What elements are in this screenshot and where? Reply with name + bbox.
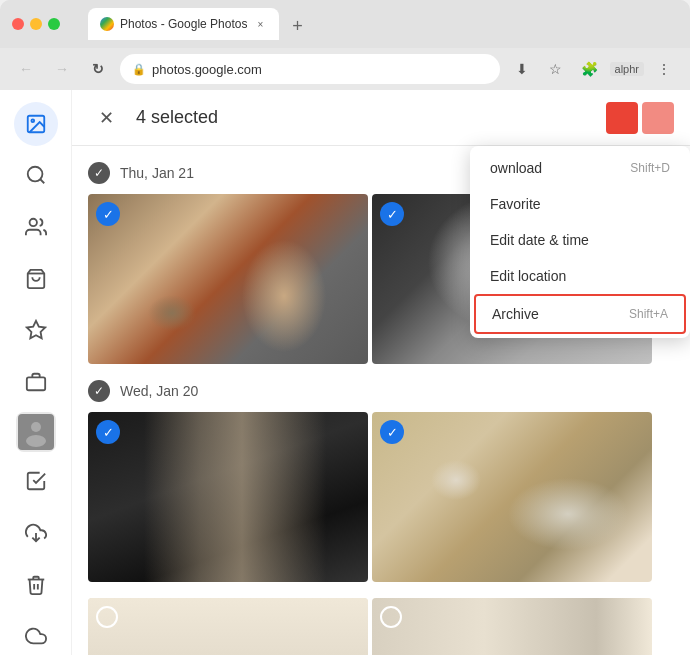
tab-favicon xyxy=(100,17,114,31)
new-tab-button[interactable]: + xyxy=(283,12,311,40)
tab-title: Photos - Google Photos xyxy=(120,17,247,31)
svg-point-3 xyxy=(29,219,36,226)
date-label-wed: Wed, Jan 20 xyxy=(120,383,198,399)
svg-rect-6 xyxy=(26,377,44,390)
extensions-button[interactable]: 🧩 xyxy=(576,55,604,83)
refresh-button[interactable]: ↻ xyxy=(84,55,112,83)
browser-chrome: Photos - Google Photos × + ← → ↻ 🔒 photo… xyxy=(0,0,690,90)
sidebar-icon-photos[interactable] xyxy=(14,102,58,146)
bookmark-button[interactable]: ☆ xyxy=(542,55,570,83)
context-menu: ownload Shift+D Favorite Edit date & tim… xyxy=(470,146,690,338)
photo-thumb-5[interactable] xyxy=(88,598,368,655)
more-menu-button[interactable]: ⋮ xyxy=(650,55,678,83)
active-tab[interactable]: Photos - Google Photos × xyxy=(88,8,279,40)
top-bar: ✕ 4 selected xyxy=(72,90,690,146)
download-shortcut: Shift+D xyxy=(630,161,670,175)
date-check-thu[interactable]: ✓ xyxy=(88,162,110,184)
favorite-label: Favorite xyxy=(490,196,541,212)
browser-titlebar: Photos - Google Photos × + xyxy=(0,0,690,48)
menu-item-archive[interactable]: Archive Shift+A xyxy=(474,294,686,334)
address-bar[interactable]: 🔒 photos.google.com xyxy=(120,54,500,84)
tab-close-button[interactable]: × xyxy=(253,17,267,31)
photo-check-1: ✓ xyxy=(96,202,120,226)
photo-thumb-3[interactable]: ✓ xyxy=(88,412,368,582)
date-label-thu: Thu, Jan 21 xyxy=(120,165,194,181)
download-button[interactable]: ⬇ xyxy=(508,55,536,83)
address-text: photos.google.com xyxy=(152,62,262,77)
forward-button[interactable]: → xyxy=(48,55,76,83)
sidebar-icon-archive[interactable] xyxy=(14,511,58,555)
close-selection-button[interactable]: ✕ xyxy=(88,100,124,136)
sidebar-icon-utilities[interactable] xyxy=(14,460,58,504)
sidebar-icon-search[interactable] xyxy=(14,154,58,198)
photos-row-wed: ✓ ✓ xyxy=(88,412,674,582)
menu-item-edit-date[interactable]: Edit date & time xyxy=(470,222,690,258)
photo-check-3: ✓ xyxy=(96,420,120,444)
tab-bar: Photos - Google Photos × + xyxy=(76,8,678,40)
top-bar-actions xyxy=(606,102,674,134)
photo-check-4: ✓ xyxy=(380,420,404,444)
svg-marker-5 xyxy=(26,321,44,338)
date-check-wed[interactable]: ✓ xyxy=(88,380,110,402)
main-content: ✕ 4 selected ✓ Thu, Jan 21 ✓ xyxy=(72,90,690,655)
traffic-lights xyxy=(12,18,60,30)
minimize-traffic-light[interactable] xyxy=(30,18,42,30)
close-traffic-light[interactable] xyxy=(12,18,24,30)
photo-thumb-4[interactable]: ✓ xyxy=(372,412,652,582)
sidebar-icon-albums[interactable] xyxy=(14,360,58,404)
svg-point-8 xyxy=(31,422,41,432)
photo-check-2: ✓ xyxy=(380,202,404,226)
lock-icon: 🔒 xyxy=(132,63,146,76)
sidebar-icon-shop[interactable] xyxy=(14,257,58,301)
photos-row-partial xyxy=(88,598,674,655)
date-header-wed: ✓ Wed, Jan 20 xyxy=(88,380,674,402)
photo-thumb-6[interactable] xyxy=(372,598,652,655)
photo-uncheck-5 xyxy=(96,606,118,628)
sidebar-icon-favorites[interactable] xyxy=(14,309,58,353)
menu-item-favorite[interactable]: Favorite xyxy=(470,186,690,222)
photo-thumb-1[interactable]: ✓ xyxy=(88,194,368,364)
edit-location-label: Edit location xyxy=(490,268,566,284)
download-label: ownload xyxy=(490,160,542,176)
browser-toolbar: ← → ↻ 🔒 photos.google.com ⬇ ☆ 🧩 alphr ⋮ xyxy=(0,48,690,90)
page-content: ✕ 4 selected ✓ Thu, Jan 21 ✓ xyxy=(0,90,690,655)
menu-item-download[interactable]: ownload Shift+D xyxy=(470,150,690,186)
toolbar-actions: ⬇ ☆ 🧩 alphr ⋮ xyxy=(508,55,678,83)
menu-item-edit-location[interactable]: Edit location xyxy=(470,258,690,294)
red-swatch[interactable] xyxy=(606,102,638,134)
sidebar-icon-photo[interactable] xyxy=(16,412,56,452)
back-button[interactable]: ← xyxy=(12,55,40,83)
selection-count: 4 selected xyxy=(136,107,594,128)
svg-point-9 xyxy=(26,435,46,447)
maximize-traffic-light[interactable] xyxy=(48,18,60,30)
pink-swatch[interactable] xyxy=(642,102,674,134)
alphr-extension[interactable]: alphr xyxy=(610,62,644,76)
archive-shortcut: Shift+A xyxy=(629,307,668,321)
sidebar xyxy=(0,90,72,655)
svg-point-1 xyxy=(31,119,34,122)
sidebar-icon-people[interactable] xyxy=(14,205,58,249)
date-section-wed: ✓ Wed, Jan 20 ✓ ✓ xyxy=(88,380,674,582)
archive-label: Archive xyxy=(492,306,539,322)
edit-date-label: Edit date & time xyxy=(490,232,589,248)
sidebar-icon-cloud[interactable] xyxy=(14,614,58,655)
photo-uncheck-6 xyxy=(380,606,402,628)
svg-point-2 xyxy=(27,167,42,182)
sidebar-icon-trash[interactable] xyxy=(14,563,58,607)
